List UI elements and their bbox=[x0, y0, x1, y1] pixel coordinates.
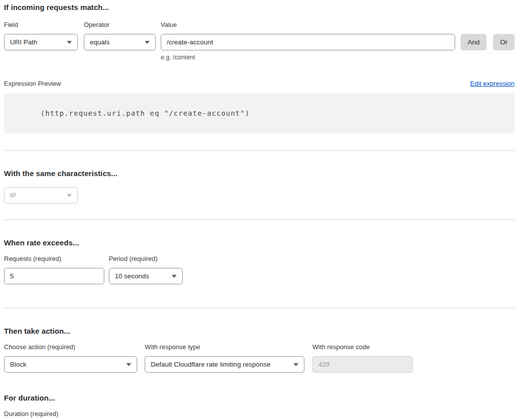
value-input[interactable] bbox=[161, 34, 455, 50]
action-row: Choose action (required) Block With resp… bbox=[4, 343, 515, 373]
expression-preview-label: Expression Preview bbox=[4, 80, 61, 87]
chevron-down-icon bbox=[67, 41, 72, 44]
duration-label: Duration (required) bbox=[4, 410, 515, 418]
response-type-select-value: Default Cloudflare rate limiting respons… bbox=[151, 361, 270, 368]
section-title-action: Then take action... bbox=[4, 327, 515, 335]
value-helper-text: e.g. /content bbox=[161, 54, 455, 61]
chevron-down-icon bbox=[293, 363, 298, 366]
rate-row: Requests (required) Period (required) 10… bbox=[4, 255, 515, 284]
section-characteristics: With the same characteristics... IP bbox=[4, 151, 515, 204]
section-title-incoming-requests: If incoming requests match... bbox=[4, 3, 515, 11]
or-button[interactable]: Or bbox=[493, 34, 515, 50]
operator-column: Operator equals bbox=[84, 21, 156, 50]
response-type-select[interactable]: Default Cloudflare rate limiting respons… bbox=[145, 356, 304, 373]
chevron-down-icon bbox=[145, 41, 150, 44]
operator-label: Operator bbox=[84, 21, 156, 28]
period-label: Period (required) bbox=[109, 255, 183, 262]
expression-logic-buttons: And Or bbox=[461, 34, 515, 50]
section-rate: When rate exceeds... Requests (required)… bbox=[4, 220, 515, 284]
choose-action-label: Choose action (required) bbox=[4, 343, 137, 351]
response-type-column: With response type Default Cloudflare ra… bbox=[145, 343, 304, 373]
requests-label: Requests (required) bbox=[4, 255, 104, 262]
match-rule-row: Field URI Path Operator equals Value e.g… bbox=[4, 21, 515, 61]
chevron-down-icon bbox=[172, 275, 177, 278]
expression-preview-header: Expression Preview Edit expression bbox=[4, 80, 515, 87]
section-title-characteristics: With the same characteristics... bbox=[4, 169, 515, 178]
period-select[interactable]: 10 seconds bbox=[109, 268, 183, 284]
and-button[interactable]: And bbox=[461, 34, 487, 50]
field-select-value: URI Path bbox=[10, 38, 37, 46]
period-column: Period (required) 10 seconds bbox=[109, 255, 183, 284]
choose-action-column: Choose action (required) Block bbox=[4, 343, 137, 373]
section-incoming-requests: If incoming requests match... Field URI … bbox=[4, 3, 515, 133]
field-label: Field bbox=[4, 21, 78, 28]
characteristic-select-value: IP bbox=[10, 192, 16, 199]
response-type-label: With response type bbox=[145, 343, 304, 351]
requests-column: Requests (required) bbox=[4, 255, 104, 284]
response-code-column: With response code bbox=[312, 343, 413, 373]
operator-select[interactable]: equals bbox=[84, 34, 156, 50]
response-code-label: With response code bbox=[312, 343, 413, 351]
period-select-value: 10 seconds bbox=[115, 272, 149, 280]
section-title-duration: For duration... bbox=[4, 394, 515, 402]
requests-input[interactable] bbox=[4, 268, 104, 284]
rate-limiting-rule-form: If incoming requests match... Field URI … bbox=[4, 3, 515, 420]
choose-action-select-value: Block bbox=[10, 361, 26, 368]
field-select[interactable]: URI Path bbox=[4, 34, 78, 50]
section-action: Then take action... Choose action (requi… bbox=[4, 308, 515, 420]
chevron-down-icon bbox=[126, 363, 131, 366]
field-column: Field URI Path bbox=[4, 21, 78, 50]
expression-text: (http.request.uri.path eq "/create-accou… bbox=[40, 109, 250, 117]
section-title-rate: When rate exceeds... bbox=[4, 238, 515, 247]
choose-action-select[interactable]: Block bbox=[4, 356, 137, 373]
value-column: Value e.g. /content bbox=[161, 21, 455, 61]
duration-column: Duration (required) 10 seconds bbox=[4, 410, 515, 420]
expression-preview-code: (http.request.uri.path eq "/create-accou… bbox=[4, 93, 515, 133]
value-label: Value bbox=[161, 21, 455, 28]
response-code-input bbox=[312, 356, 413, 373]
characteristic-select: IP bbox=[4, 187, 78, 204]
edit-expression-link[interactable]: Edit expression bbox=[470, 80, 515, 87]
chevron-down-icon bbox=[67, 194, 72, 197]
operator-select-value: equals bbox=[90, 38, 110, 46]
